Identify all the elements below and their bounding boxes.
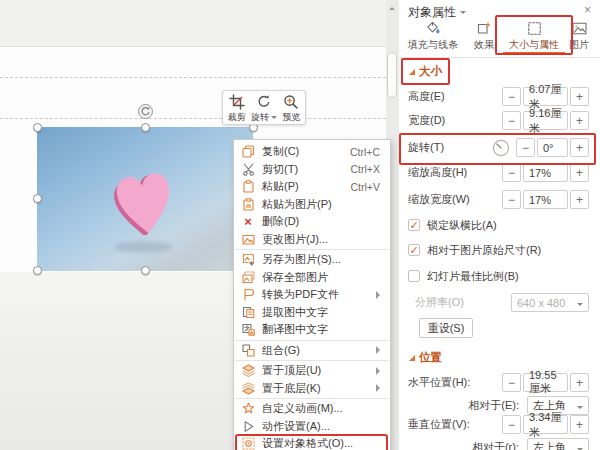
selection-handle-mid-left[interactable]: [33, 194, 42, 203]
menu-item-object-format[interactable]: 设置对象格式(O)...: [234, 435, 390, 450]
checkbox-icon: ✓: [408, 244, 420, 256]
best-scale-for-slideshow-checkbox[interactable]: 幻灯片最佳比例(B): [408, 267, 519, 285]
rotate-button[interactable]: 旋转: [250, 91, 277, 124]
scale-height-plus-button[interactable]: +: [570, 163, 589, 182]
rotation-dial[interactable]: [492, 139, 510, 157]
panel-collapse-handle[interactable]: [387, 52, 397, 98]
rotation-value[interactable]: 0°: [537, 138, 568, 157]
height-plus-button[interactable]: +: [570, 87, 589, 106]
menu-item-extract-text[interactable]: 提取图中文字: [234, 304, 390, 322]
vertical-position-row: 垂直位置(V): − 3.34厘米 +: [408, 414, 589, 435]
scale-width-plus-button[interactable]: +: [570, 190, 589, 209]
width-value[interactable]: 9.16厘米: [523, 111, 568, 130]
copy-icon: [241, 145, 255, 159]
splitter-caret-icon: [389, 4, 395, 10]
menu-item-save-as-image[interactable]: 另存为图片(S)...: [234, 251, 390, 269]
effects-icon: [477, 19, 492, 36]
rotate-icon: [256, 94, 272, 112]
tab-fill-line[interactable]: 填充与线条: [403, 19, 463, 55]
crop-icon: [229, 94, 245, 112]
section-triangle-icon: [409, 355, 415, 361]
selection-handle-bottom-left[interactable]: [33, 266, 42, 275]
paste-as-image-icon: [241, 197, 255, 211]
menu-item-group[interactable]: 组合(G): [234, 342, 390, 360]
scale-height-minus-button[interactable]: −: [502, 163, 521, 182]
width-row: 宽度(D) − 9.16厘米 +: [408, 110, 589, 131]
position-section-header[interactable]: 位置: [409, 350, 442, 365]
lock-aspect-ratio-checkbox[interactable]: ✓ 锁定纵横比(A): [408, 216, 497, 234]
menu-item-translate-text[interactable]: 翻译图中文字: [234, 321, 390, 339]
heart-photo-graphic: [37, 127, 253, 271]
menu-item-pdf[interactable]: 转换为PDF文件: [234, 286, 390, 304]
h-pos-minus-button[interactable]: −: [502, 373, 521, 392]
scale-width-minus-button[interactable]: −: [502, 190, 521, 209]
tab-size-properties[interactable]: 大小与属性: [501, 19, 567, 55]
v-pos-plus-button[interactable]: +: [570, 415, 589, 434]
checkbox-icon: [408, 270, 420, 282]
height-minus-button[interactable]: −: [502, 87, 521, 106]
picture-context-menu: 复制(C)Ctrl+C 剪切(T)Ctrl+X 粘贴(P)Ctrl+V 粘贴为图…: [233, 139, 391, 450]
shortcut-label: Ctrl+C: [350, 146, 384, 158]
chevron-down-icon: [460, 11, 466, 17]
selection-handle-top-left[interactable]: [33, 123, 42, 132]
menu-separator: [235, 249, 389, 250]
shortcut-label: Ctrl+X: [351, 163, 384, 175]
rotation-handle[interactable]: [138, 104, 153, 119]
selection-handle-bottom-mid[interactable]: [141, 266, 150, 275]
tab-effects[interactable]: 效果: [464, 19, 504, 55]
placeholder-dashed-border-1: [0, 77, 386, 78]
h-pos-plus-button[interactable]: +: [570, 373, 589, 392]
menu-item-copy[interactable]: 复制(C)Ctrl+C: [234, 143, 390, 161]
width-minus-button[interactable]: −: [502, 111, 521, 130]
menu-item-paste[interactable]: 粘贴(P)Ctrl+V: [234, 178, 390, 196]
menu-separator: [235, 340, 389, 341]
menu-item-delete[interactable]: × 删除(D): [234, 213, 390, 231]
menu-item-paste-as-image[interactable]: 粘贴为图片(P): [234, 196, 390, 214]
scale-height-row: 缩放高度(H) − 17% +: [408, 162, 589, 183]
scale-height-value[interactable]: 17%: [523, 163, 568, 182]
menu-item-action-settings[interactable]: 动作设置(A)...: [234, 418, 390, 436]
panel-tabs: 填充与线条 效果 大小与属性 图片: [399, 19, 600, 57]
menu-item-bring-to-front[interactable]: 置于顶层(U): [234, 362, 390, 380]
picture-floating-toolbar: 裁剪 旋转 预览: [222, 90, 306, 125]
submenu-arrow-icon: [376, 367, 384, 375]
menu-item-change-image[interactable]: 更改图片(J)...: [234, 231, 390, 249]
submenu-arrow-icon: [376, 346, 384, 354]
selection-handle-top-mid[interactable]: [141, 123, 150, 132]
h-pos-value[interactable]: 19.55厘米: [523, 373, 568, 392]
object-format-icon: [241, 437, 255, 450]
v-relative-dropdown[interactable]: 左上角: [527, 438, 589, 450]
bring-to-front-icon: [241, 364, 255, 378]
resolution-dropdown[interactable]: 640 x 480: [511, 293, 589, 312]
rotate-arrow-icon: [140, 106, 151, 117]
size-section-header[interactable]: 大小: [409, 64, 442, 79]
width-plus-button[interactable]: +: [570, 111, 589, 130]
preview-button[interactable]: 预览: [278, 91, 305, 124]
preview-zoom-icon: [283, 94, 299, 112]
menu-separator: [235, 360, 389, 361]
menu-item-cut[interactable]: 剪切(T)Ctrl+X: [234, 161, 390, 179]
rotation-minus-button[interactable]: −: [516, 138, 535, 157]
group-icon: [241, 343, 255, 357]
custom-animation-icon: [241, 402, 255, 416]
menu-item-send-to-back[interactable]: 置于底层(K): [234, 380, 390, 398]
placeholder-dashed-border-2: [0, 118, 386, 119]
menu-item-save-all-images[interactable]: 保存全部图片: [234, 269, 390, 287]
height-value[interactable]: 6.07厘米: [523, 87, 568, 106]
relative-to-original-size-checkbox[interactable]: ✓ 相对于图片原始尺寸(R): [408, 241, 541, 259]
panel-close-button[interactable]: ×: [584, 3, 591, 17]
tab-picture[interactable]: 图片: [562, 19, 596, 55]
crop-button[interactable]: 裁剪: [223, 91, 250, 124]
selected-tab-underline: [503, 52, 565, 55]
pdf-icon: [241, 288, 255, 302]
reset-button[interactable]: 重设(S): [419, 318, 473, 338]
v-pos-minus-button[interactable]: −: [502, 415, 521, 434]
v-pos-value[interactable]: 3.34厘米: [523, 415, 568, 434]
menu-item-custom-animation[interactable]: 自定义动画(M)...: [234, 400, 390, 418]
scale-width-value[interactable]: 17%: [523, 190, 568, 209]
horizontal-position-row: 水平位置(H): − 19.55厘米 +: [408, 372, 589, 393]
rotation-plus-button[interactable]: +: [570, 138, 589, 157]
chevron-down-icon: [577, 303, 583, 309]
shortcut-label: Ctrl+V: [351, 181, 384, 193]
selected-picture[interactable]: [37, 127, 253, 271]
